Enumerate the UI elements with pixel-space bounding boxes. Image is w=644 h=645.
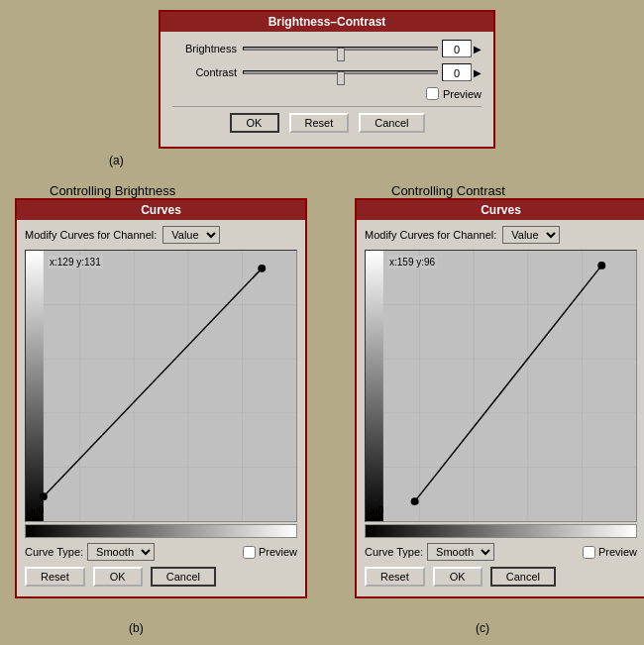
curves-dialog-left: Curves Modify Curves for Channel: Value <box>15 198 307 598</box>
curves-right-preview-checkbox[interactable] <box>583 546 595 559</box>
brightness-value[interactable]: 0 <box>442 40 472 57</box>
right-section-title: Controlling Contrast <box>391 183 505 198</box>
left-section-title: Controlling Brightness <box>50 183 175 198</box>
curves-left-cancel-button[interactable]: Cancel <box>151 567 216 587</box>
curves-left-gradient-bar <box>25 524 297 538</box>
curves-right-type-label: Curve Type: <box>365 546 423 558</box>
curves-left-reset-button[interactable]: Reset <box>25 567 85 587</box>
svg-point-9 <box>258 265 266 272</box>
curves-right-gradient-bar <box>365 524 637 538</box>
bc-dialog: Brightness–Contrast Brightness 0 ▶ Contr… <box>159 10 495 149</box>
label-c: (c) <box>476 621 489 635</box>
svg-rect-19 <box>366 251 383 521</box>
label-a: (a) <box>109 154 124 167</box>
curves-right-channel-select[interactable]: Value <box>502 226 560 244</box>
curves-right-channel-label: Modify Curves for Channel: <box>365 229 496 241</box>
curves-left-type-label: Curve Type: <box>25 546 83 558</box>
contrast-slider[interactable] <box>243 64 438 80</box>
contrast-arrow[interactable]: ▶ <box>474 67 482 78</box>
curves-right-graph: x:159 y:96 x:0 <box>365 250 637 522</box>
brightness-arrow[interactable]: ▶ <box>474 44 482 54</box>
curves-left-coord-top: x:129 y:131 <box>48 256 103 269</box>
svg-point-20 <box>597 262 605 269</box>
curves-left-preview-label: Preview <box>259 546 297 558</box>
curves-right-reset-button[interactable]: Reset <box>365 567 425 587</box>
curves-left-title: Curves <box>17 200 305 220</box>
brightness-label: Brightness <box>172 43 237 54</box>
svg-point-21 <box>411 497 419 505</box>
contrast-value[interactable]: 0 <box>442 63 472 81</box>
svg-rect-8 <box>26 251 44 521</box>
curves-left-graph: x:129 y:131 x:0 <box>25 250 297 522</box>
curves-right-ok-button[interactable]: OK <box>433 567 483 587</box>
bc-preview-label: Preview <box>443 88 482 100</box>
curves-left-ok-button[interactable]: OK <box>93 567 143 587</box>
curves-right-coord-top: x:159 y:96 <box>387 256 437 269</box>
bc-preview-checkbox[interactable] <box>426 87 439 100</box>
curves-left-coord-bottom: x:0 <box>31 505 44 516</box>
curves-right-coord-bottom: x:0 <box>371 505 383 516</box>
label-b: (b) <box>129 621 144 635</box>
curves-left-preview-checkbox[interactable] <box>243 546 256 559</box>
contrast-label: Contrast <box>172 66 237 78</box>
curves-right-type-select[interactable]: Smooth <box>427 543 494 561</box>
bc-ok-button[interactable]: OK <box>230 113 279 133</box>
bc-title: Brightness–Contrast <box>161 12 493 32</box>
curves-left-type-select[interactable]: Smooth <box>87 543 155 561</box>
curves-right-preview-label: Preview <box>598 546 637 558</box>
curves-right-cancel-button[interactable]: Cancel <box>490 567 556 587</box>
brightness-slider[interactable] <box>243 41 438 56</box>
curves-dialog-right: Curves Modify Curves for Channel: Value <box>355 198 644 598</box>
curves-left-channel-label: Modify Curves for Channel: <box>25 229 157 241</box>
svg-point-10 <box>40 492 48 500</box>
bc-reset-button[interactable]: Reset <box>289 113 350 133</box>
curves-right-title: Curves <box>357 200 644 220</box>
curves-left-channel-select[interactable]: Value <box>162 226 220 244</box>
bc-cancel-button[interactable]: Cancel <box>359 113 424 133</box>
